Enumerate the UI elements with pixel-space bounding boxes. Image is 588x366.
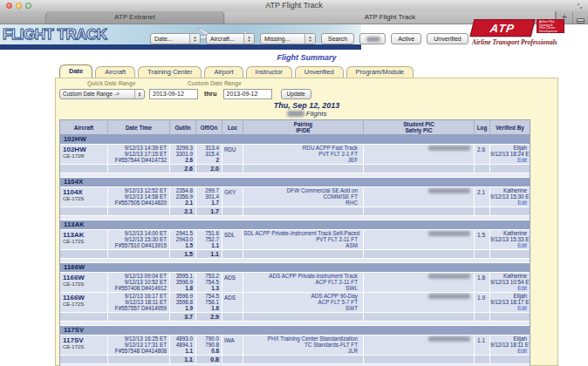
aircraft-tail-number: 117SV: [60, 336, 107, 344]
cell-line: JEF: [243, 158, 363, 164]
group-total-row: 2.62.0: [60, 165, 530, 173]
atp-logo: ATP Airline Pilot Training & Pilot Caree…: [472, 19, 577, 46]
active-button[interactable]: Active: [391, 33, 421, 44]
total-empty-cell: [108, 165, 170, 173]
window-titlebar: ATP Flight Track: [0, 0, 588, 12]
select-stepper-icon: ▲▼: [189, 34, 200, 44]
date-from-input[interactable]: [149, 89, 198, 99]
missing-filter-select[interactable]: Missing... ▲▼: [260, 33, 316, 44]
pairing-cell: PHX Training Center StandardizationTC St…: [243, 336, 364, 355]
off-on-cell: 754.5756.11.6: [196, 293, 222, 312]
cell-line: SWL: [243, 286, 363, 292]
log-cell: 1.8: [475, 273, 490, 292]
date-filter-select[interactable]: Date... ▲▼: [150, 33, 201, 44]
pairing-cell: ADS ACPP Private-Instrument TrackACP FLT…: [243, 273, 364, 292]
edit-link[interactable]: Edit: [490, 243, 530, 249]
total-empty-cell: [222, 313, 243, 321]
total-empty-cell: [475, 313, 490, 321]
date-panel: Quick Date Range Custom Date Range Custo…: [55, 78, 558, 366]
redacted-label: [366, 37, 380, 42]
out-in-cell: 2354.82356.92.1: [170, 187, 196, 207]
search-button[interactable]: Search: [321, 33, 354, 44]
tab-aircraft[interactable]: Aircraft: [95, 66, 135, 78]
tab-training-center[interactable]: Training Center: [138, 66, 202, 78]
aircraft-filter-select[interactable]: Aircraft... ▲▼: [206, 33, 255, 44]
aircraft-model: CE-172S: [60, 302, 107, 308]
aircraft-cell: 102HWCE-172R: [60, 145, 108, 164]
group-total-row: 2.11.7: [60, 207, 530, 216]
total-empty-cell: [475, 250, 490, 258]
total-empty-cell: [60, 207, 108, 215]
aircraft-cell: 1166WCE-172S: [60, 293, 108, 312]
cell-line: 1.6: [196, 306, 222, 312]
edit-link[interactable]: Edit: [490, 200, 530, 207]
loc-cell: SDL: [222, 230, 243, 249]
tab-airport[interactable]: Airport: [204, 66, 243, 78]
flight-row: 113AKCE-172S9/12/13 14:00 ET9/12/13 15:3…: [60, 230, 530, 250]
zoom-button[interactable]: [25, 3, 31, 9]
quick-range-select[interactable]: Custom Date Range -> ▲▼: [59, 89, 145, 99]
minimize-button[interactable]: [16, 3, 22, 9]
group-total-row: 1.51.1: [60, 250, 530, 259]
total-empty-cell: [60, 313, 108, 321]
total-empty-cell: [108, 207, 170, 215]
student-pic-cell: [364, 230, 475, 249]
column-header: Out/In: [170, 120, 196, 134]
group-header-row: 117SV: [60, 326, 530, 336]
flights-count-line: Flights: [56, 110, 557, 118]
cell-line: 0.8: [196, 349, 222, 355]
off-on-cell: 299.7301.41.7: [196, 187, 222, 207]
redacted-button[interactable]: [359, 33, 386, 44]
redacted-flights-count: [287, 111, 304, 117]
edit-link[interactable]: Edit: [490, 158, 530, 164]
close-button[interactable]: [6, 3, 12, 9]
total-empty-cell: [108, 250, 170, 258]
column-header: Off/On: [196, 120, 222, 134]
column-header-line: Pairing: [294, 121, 312, 127]
student-pic-cell: [364, 273, 475, 292]
tab-unverified[interactable]: Unverified: [295, 66, 344, 78]
column-header: Date Time: [108, 120, 170, 134]
cell-line: 1.8: [170, 286, 195, 292]
browser-tab-atp-extranet[interactable]: ATP Extranet: [45, 11, 224, 24]
column-header-line: Date Time: [126, 125, 152, 131]
flight-row: 102HWCE-172R9/12/13 14:39 ET9/12/13 17:1…: [60, 145, 530, 165]
redacted-student-name: [428, 274, 470, 279]
edit-link[interactable]: Edit: [490, 349, 530, 355]
cell-line: F#557510 D#413915: [108, 243, 169, 249]
update-button[interactable]: Update: [281, 89, 311, 99]
atp-logo-box: Airline Pilot Training & Pilot Career De…: [537, 19, 564, 33]
total-empty-cell: [60, 250, 108, 258]
fullscreen-icon[interactable]: [576, 3, 584, 10]
total-out-in: 1.1: [170, 356, 196, 363]
pairing-cell: SDL ACPP Private-Instrument Track Self-P…: [243, 230, 364, 249]
total-empty-cell: [364, 313, 475, 321]
edit-link[interactable]: Edit: [490, 286, 530, 292]
tab-date[interactable]: Date: [59, 64, 92, 78]
loc-cell: RDU: [222, 145, 243, 164]
total-empty-cell: [243, 356, 364, 363]
off-on-cell: 751.6752.71.1: [196, 230, 222, 249]
loc-code: SDL: [222, 231, 243, 238]
tab-instructor[interactable]: Instructor: [246, 66, 292, 78]
aircraft-model: CE-172R: [60, 153, 107, 159]
tab-program-module[interactable]: Program/Module: [346, 66, 414, 78]
date-to-input[interactable]: [223, 89, 272, 99]
log-value: 1.1: [475, 336, 489, 343]
aircraft-cell: 117SVCE-172S: [60, 336, 108, 355]
column-header-line: Student PIC: [403, 121, 434, 127]
total-off-on: 1.7: [196, 207, 222, 215]
edit-link[interactable]: Edit: [490, 306, 530, 312]
column-header: Aircraft: [60, 120, 108, 134]
cell-line: 2.6: [170, 158, 195, 164]
total-empty-cell: [243, 313, 364, 321]
total-empty-cell: [364, 207, 475, 215]
browser-window: ATP Flight Track ATP Extranet ATP Flight…: [0, 0, 588, 366]
group-header-row: 102HW: [60, 135, 530, 145]
loc-cell: GKY: [222, 187, 243, 207]
unverified-button[interactable]: Unverified: [427, 33, 468, 44]
aircraft-model: CE-172S: [60, 196, 107, 202]
loc-code: ADS: [222, 294, 243, 301]
aircraft-model: CE-172S: [60, 239, 107, 245]
total-empty-cell: [108, 313, 170, 321]
